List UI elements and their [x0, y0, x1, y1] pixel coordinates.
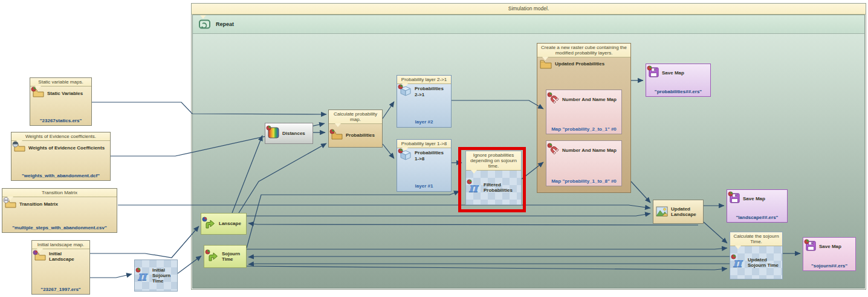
pi-icon: π — [137, 269, 149, 282]
nnm-2-1-value: Map "probability_2_to_1" #0 — [546, 125, 621, 134]
updated-sojourn-time-functor[interactable]: Calculate the sojourn Time. π Updated So… — [730, 232, 783, 279]
map-dot-icon — [731, 254, 736, 259]
transition-matrix-file: "multiple_steps_with_abandonment.csv" — [2, 224, 117, 232]
save-map-label: Save Map — [743, 196, 765, 201]
map-dot-icon — [266, 125, 271, 131]
static-variables-comment: Static variable maps. — [30, 78, 91, 86]
map-dot-icon — [205, 249, 210, 255]
initial-landscape-file: "23267_1997.ers" — [32, 286, 89, 294]
probability-layer-1-functor[interactable]: Probability layer 1->8 Probabilities 1->… — [397, 139, 452, 192]
save-map-label: Save Map — [819, 244, 841, 249]
updated-landscape-label: Updated Landscape — [671, 206, 701, 217]
save-probabilities-file: "probabilities##.ers" — [646, 88, 710, 96]
map-dot-icon — [547, 92, 552, 97]
probabilities-label: Probabilities — [346, 132, 375, 138]
transition-matrix-functor[interactable]: Transition Matrix Transition Matrix "mul… — [2, 188, 117, 233]
map-dot-icon — [647, 65, 652, 71]
landscape-image-icon — [656, 206, 668, 217]
highlight-rectangle — [458, 147, 526, 212]
map-dot-icon — [804, 239, 809, 244]
number-name-map-2-1-functor[interactable]: Number And Name Map Map "probability_2_t… — [546, 90, 622, 134]
distances-label: Distances — [282, 131, 305, 136]
static-variables-label: Static Variables — [47, 91, 83, 96]
notch — [735, 246, 741, 249]
number-name-map-1-8-functor[interactable]: Number And Name Map Map "probability_1_t… — [546, 140, 622, 186]
weights-comment: Weights of Evidence coefficients. — [11, 132, 110, 141]
map-dot-icon — [329, 129, 335, 134]
calc-probability-functor[interactable]: Calculate probability map. Probabilities — [328, 109, 383, 148]
transition-matrix-label: Transition Matrix — [19, 201, 58, 207]
lanscape-label: Lanscape — [219, 221, 241, 226]
static-variables-functor[interactable]: Static variable maps. Static Variables "… — [30, 77, 92, 126]
nnm-2-1-label: Number And Name Map — [562, 97, 617, 102]
map-dot-icon — [547, 143, 552, 148]
save-map-label: Save Map — [662, 70, 684, 76]
probability-layer-2-functor[interactable]: Probability layer 2->1 Probabilities 2->… — [397, 75, 452, 128]
probabilities-1-8-label: Probabilities 1->8 — [415, 150, 449, 161]
layer-2-tag: layer #2 — [397, 119, 451, 127]
transition-matrix-comment: Transition Matrix — [2, 189, 117, 197]
calc-sojourn-comment: Calculate the sojourn Time. — [730, 232, 782, 246]
layer-1-tag: layer #1 — [397, 183, 451, 191]
weights-file: "weights_with_abandonment.dcf" — [11, 172, 110, 180]
initial-landscape-label: Initial Landscape — [49, 251, 87, 262]
notch — [335, 123, 341, 127]
initial-landscape-comment: Initial landscape map. — [32, 241, 89, 249]
map-dot-icon — [135, 267, 141, 273]
initial-sojourn-time-functor[interactable]: π Initial Sojourn Time — [134, 259, 178, 292]
updated-landscape-functor[interactable]: Updated Landscape — [653, 200, 704, 224]
distances-functor[interactable]: Distances — [265, 123, 313, 144]
map-dot-icon — [33, 250, 38, 255]
lanscape-mux-functor[interactable]: Lanscape — [201, 213, 247, 235]
weights-label: Weights of Evidence Coefficients — [28, 145, 105, 151]
balance-dot-icon — [12, 141, 19, 148]
save-sojourn-file: "sojourn##.ers" — [803, 262, 855, 270]
initial-sojourn-time-label: Initial Sojourn Time — [152, 267, 175, 284]
map-dot-icon — [202, 217, 207, 222]
sojourn-time-mux-functor[interactable]: Sojourn Time — [204, 245, 247, 268]
weights-of-evidence-functor[interactable]: Weights of Evidence coefficients. Weight… — [11, 132, 111, 181]
save-map-probabilities-functor[interactable]: Save Map "probabilities##.ers" — [646, 64, 711, 97]
updated-sojourn-time-label: Updated Sojourn Time — [748, 257, 780, 268]
initial-landscape-functor[interactable]: Initial landscape map. Initial Landscape… — [31, 240, 90, 295]
static-variables-file: "23267statics.ers" — [30, 117, 91, 125]
map-dot-icon — [728, 191, 733, 197]
model-canvas: Simulation model. Repeat Create a new ra… — [0, 0, 868, 297]
save-map-sojourn-functor[interactable]: Save Map "sojourn##.ers" — [803, 237, 856, 271]
map-dot-icon — [398, 84, 403, 90]
probabilities-2-1-label: Probabilities 2->1 — [415, 86, 449, 97]
save-map-landscape-functor[interactable]: Save Map "landscape##.ers" — [727, 189, 788, 223]
nnm-1-8-value: Map "probability_1_to_8" #0 — [546, 177, 621, 186]
prob-layer-1-comment: Probability layer 1->8 — [397, 140, 451, 148]
pi-icon: π — [733, 256, 745, 269]
map-dot-icon — [31, 86, 36, 92]
matrix-grid-icon — [3, 197, 9, 203]
map-dot-icon — [398, 148, 403, 154]
save-landscape-file: "landscape##.ers" — [727, 214, 787, 222]
prob-layer-2-comment: Probability layer 2->1 — [397, 76, 451, 84]
nnm-1-8-label: Number And Name Map — [562, 148, 617, 153]
calc-probability-comment: Calculate probability map. — [329, 110, 382, 124]
sojourn-time-label: Sojourn Time — [222, 251, 244, 262]
